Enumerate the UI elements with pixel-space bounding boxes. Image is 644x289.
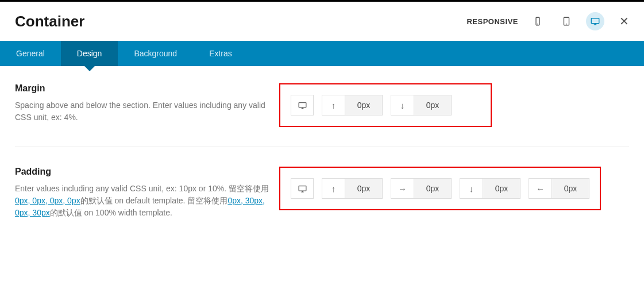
arrow-down-icon: ↓: [391, 95, 414, 115]
margin-controls: ↑ ↓: [279, 83, 492, 127]
tablet-icon[interactable]: [557, 12, 576, 30]
tab-background[interactable]: Background: [118, 41, 193, 66]
padding-device-button[interactable]: [291, 178, 314, 199]
padding-top-field[interactable]: [345, 178, 383, 199]
padding-right-field[interactable]: [414, 178, 452, 199]
margin-row: Margin Spacing above and below the secti…: [15, 83, 629, 147]
desktop-icon[interactable]: [586, 12, 604, 30]
margin-top-input: ↑: [322, 95, 383, 115]
responsive-label: RESPONSIVE: [466, 17, 518, 26]
padding-title: Padding: [15, 167, 279, 177]
margin-desc: Spacing above and below the section. Ent…: [15, 99, 279, 124]
close-icon[interactable]: ✕: [619, 14, 629, 28]
arrow-down-icon: ↓: [460, 178, 483, 199]
arrow-right-icon: →: [391, 178, 414, 199]
arrow-left-icon: ←: [529, 178, 552, 199]
padding-left-input: ←: [529, 178, 589, 199]
margin-bottom-field[interactable]: [414, 95, 452, 115]
tab-general[interactable]: General: [0, 41, 61, 66]
mobile-icon[interactable]: [529, 12, 547, 30]
svg-rect-4: [591, 18, 599, 24]
margin-bottom-input: ↓: [391, 95, 452, 115]
page-title: Container: [15, 13, 84, 30]
margin-device-button[interactable]: [291, 95, 314, 115]
arrow-up-icon: ↑: [322, 95, 345, 115]
padding-bottom-input: ↓: [460, 178, 520, 199]
tab-bar: General Design Background Extras: [0, 41, 644, 66]
padding-top-input: ↑: [322, 178, 383, 199]
svg-rect-7: [299, 102, 306, 107]
padding-bottom-field[interactable]: [483, 178, 520, 199]
padding-right-input: →: [391, 178, 452, 199]
padding-desc: Enter values including any valid CSS uni…: [15, 183, 279, 219]
svg-rect-10: [299, 186, 306, 191]
padding-default-link-1[interactable]: 0px, 0px, 0px, 0px: [15, 196, 80, 205]
tab-design[interactable]: Design: [61, 41, 118, 66]
tab-extras[interactable]: Extras: [193, 41, 248, 66]
margin-top-field[interactable]: [345, 95, 383, 115]
margin-title: Margin: [15, 83, 279, 94]
padding-controls: ↑ → ↓ ←: [279, 167, 601, 210]
padding-row: Padding Enter values including any valid…: [15, 167, 629, 238]
padding-left-field[interactable]: [552, 178, 589, 199]
arrow-up-icon: ↑: [322, 178, 345, 199]
responsive-switcher: RESPONSIVE ✕: [466, 12, 629, 30]
